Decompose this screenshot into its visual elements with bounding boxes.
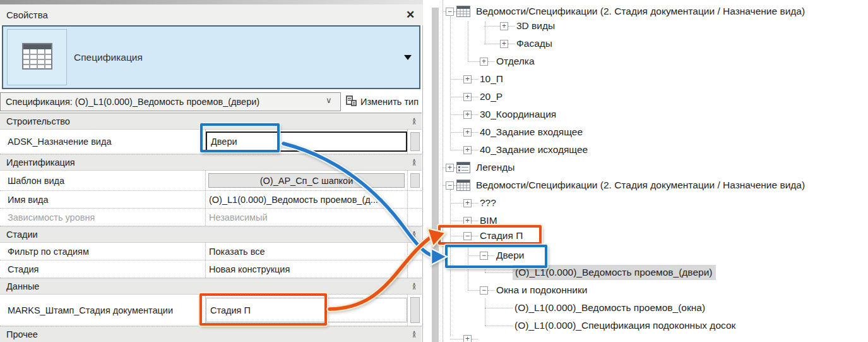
project-browser-tree: −Ведомости/Спецификации (2. Стадия докум… (0, 0, 868, 342)
tree-connector (468, 290, 480, 291)
tree-item-label[interactable]: Ведомости/Спецификации (2. Стадия докуме… (474, 6, 807, 17)
tree-expand-icon[interactable]: + (463, 146, 472, 154)
tree-item-partial: + (450, 330, 478, 342)
tree-connector (450, 221, 463, 221)
tree-connector (484, 26, 500, 27)
tree-expand-icon[interactable]: + (500, 22, 508, 30)
revit-screenshot: Свойства ✕ (0, 0, 868, 342)
tree-item-label[interactable]: (О)_L1(0.000)_Ведомость проемов_(окна) (513, 302, 707, 314)
tree-connector (488, 255, 494, 256)
tree-item: +??? (450, 194, 498, 212)
tree-item: +30_Координация (450, 106, 558, 123)
tree-item-label[interactable]: Ведомости/Спецификации (2. Стадия докуме… (474, 180, 807, 191)
tree-expand-icon[interactable]: + (463, 217, 472, 225)
tree-item-label[interactable]: Двери (494, 250, 526, 261)
tree-item-label[interactable]: 40_Задание исходящее (478, 144, 590, 156)
tree-item: (О)_L1(0.000)_Спецификация подоконных до… (485, 317, 737, 334)
tree-item: +40_Задание входящее (450, 123, 585, 141)
tree-expand-icon[interactable]: + (500, 40, 508, 48)
tree-item-label[interactable]: 3D виды (514, 20, 557, 32)
tree-connector (485, 308, 513, 308)
tree-connector (485, 272, 513, 273)
tree-collapse-icon[interactable]: − (446, 181, 454, 190)
tree-item-label[interactable]: 20_Р (478, 91, 504, 102)
tree-item: +Легенды (443, 159, 516, 176)
legend-icon (456, 162, 470, 173)
tree-connector (450, 79, 463, 80)
tree-expand-icon[interactable]: + (463, 128, 472, 137)
tree-expand-icon[interactable]: + (446, 164, 454, 172)
tree-item: +Отделка (468, 52, 537, 70)
tree-item-label[interactable]: BIM (478, 215, 499, 226)
schedule-icon (456, 6, 470, 17)
tree-item: −Окна и подоконники (468, 281, 589, 299)
tree-connector (450, 203, 463, 204)
tree-connector (450, 132, 463, 133)
tree-connector (450, 97, 463, 97)
tree-connector (450, 339, 463, 339)
tree-item: +Фасады (484, 35, 554, 52)
tree-connector (472, 339, 478, 339)
tree-item: +10_П (450, 70, 505, 88)
tree-item: −Ведомости/Спецификации (2. Стадия докум… (443, 176, 807, 194)
tree-item-label[interactable]: Фасады (514, 38, 554, 49)
tree-connector (472, 236, 478, 236)
tree-item-label[interactable]: Стадия П (478, 230, 525, 241)
tree-connector (488, 290, 494, 291)
tree-connector (508, 26, 514, 27)
tree-item: +40_Задание исходящее (450, 141, 590, 159)
schedule-icon (456, 180, 470, 191)
tree-connector (450, 114, 463, 115)
tree-connector (488, 61, 494, 62)
tree-connector (472, 150, 478, 150)
tree-connector (472, 97, 478, 97)
tree-item-label[interactable]: (О)_L1(0.000)_Спецификация подоконных до… (513, 320, 737, 331)
tree-connector (485, 326, 513, 326)
tree-expand-icon[interactable]: + (463, 111, 472, 119)
tree-item-label[interactable]: Окна и подоконники (494, 284, 589, 296)
tree-connector (472, 203, 478, 204)
tree-connector (450, 150, 463, 150)
tree-collapse-icon[interactable]: − (446, 8, 454, 16)
tree-item-label[interactable]: (О)_L1(0.000)_Ведомость проемов_(двери) (513, 265, 716, 280)
tree-expand-icon[interactable]: + (463, 199, 472, 207)
tree-connector (472, 79, 478, 80)
tree-item: −Стадия П (450, 227, 525, 245)
tree-connector (508, 44, 514, 44)
tree-connector (472, 221, 478, 221)
tree-item-label[interactable]: 10_П (478, 73, 505, 85)
tree-connector (472, 114, 478, 115)
tree-connector (468, 61, 480, 62)
tree-expand-icon[interactable]: + (463, 335, 472, 342)
tree-connector (450, 236, 463, 236)
tree-item-label[interactable]: Легенды (474, 162, 516, 173)
tree-expand-icon[interactable]: + (480, 58, 488, 66)
tree-item: +3D виды (484, 17, 557, 35)
tree-item: −Двери (468, 247, 526, 264)
tree-item: (О)_L1(0.000)_Ведомость проемов_(двери) (485, 264, 716, 281)
tree-item-label[interactable]: Отделка (494, 56, 537, 67)
tree-collapse-icon[interactable]: − (480, 286, 488, 295)
tree-item-label[interactable]: 30_Координация (478, 109, 558, 120)
tree-connector (472, 132, 478, 133)
tree-item: +20_Р (450, 88, 504, 106)
tree-item-label[interactable]: 40_Задание входящее (478, 126, 585, 138)
tree-connector (484, 44, 500, 44)
tree-expand-icon[interactable]: + (463, 93, 472, 101)
tree-collapse-icon[interactable]: − (463, 232, 472, 240)
tree-expand-icon[interactable]: + (463, 75, 472, 83)
tree-item-label[interactable]: ??? (478, 197, 498, 209)
tree-collapse-icon[interactable]: − (480, 252, 488, 260)
tree-connector (468, 255, 480, 256)
tree-item: (О)_L1(0.000)_Ведомость проемов_(окна) (485, 299, 707, 317)
